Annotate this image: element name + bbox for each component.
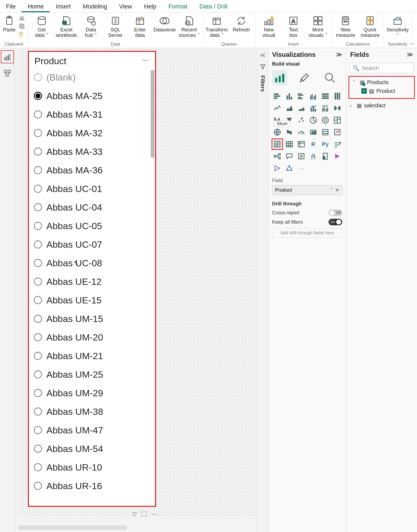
smart-narrative-icon[interactable] xyxy=(296,151,306,161)
copy-button[interactable] xyxy=(18,22,26,30)
field-checkbox-product[interactable]: ✓ xyxy=(361,88,367,94)
azure-map-icon[interactable] xyxy=(284,163,294,173)
more-visuals-button[interactable]: More visuals ˅ xyxy=(306,14,330,38)
filters-icon[interactable] xyxy=(259,63,267,70)
slicer-item[interactable]: Abbas MA-33 xyxy=(34,142,155,161)
slicer-item[interactable]: Abbas UC-05 xyxy=(34,217,155,235)
power-automate-icon[interactable] xyxy=(272,163,282,173)
collapse-viz-pane-icon[interactable]: ≫ xyxy=(336,51,342,58)
slicer-item[interactable]: Abbas UM-47 xyxy=(34,421,155,439)
table-row-salesfact[interactable]: › ▦ salesfact xyxy=(349,101,414,110)
data-hub-button[interactable]: Data hub ˅ xyxy=(79,14,103,38)
slicer-icon[interactable] xyxy=(272,139,282,149)
slicer-item[interactable]: Abbas UC-01 xyxy=(34,179,155,198)
kpi-icon[interactable] xyxy=(332,127,342,137)
ribbon-chart-icon[interactable] xyxy=(332,103,342,113)
python-visual-icon[interactable]: Py xyxy=(320,139,330,149)
line-stacked-column-icon[interactable] xyxy=(308,103,318,113)
new-measure-button[interactable]: New measure xyxy=(333,14,358,38)
qa-visual-icon[interactable] xyxy=(284,151,294,161)
text-box-button[interactable]: AText box xyxy=(281,14,305,38)
tab-view[interactable]: View xyxy=(113,0,138,12)
slicer-list[interactable]: (Blank)Abbas MA-25Abbas MA-31Abbas MA-32… xyxy=(29,68,155,506)
slicer-item[interactable]: Abbas UM-15 xyxy=(34,309,155,328)
slicer-item[interactable]: Abbas UM-21 xyxy=(34,347,155,365)
report-view-button[interactable] xyxy=(1,50,14,63)
slicer-dropdown-icon[interactable]: ﹀ xyxy=(142,56,150,66)
key-influencers-icon[interactable] xyxy=(332,139,342,149)
fields-search-input[interactable]: 🔍 Search xyxy=(350,63,414,73)
slicer-item[interactable]: (Blank) xyxy=(34,68,155,87)
paginated-report-icon[interactable] xyxy=(320,151,330,161)
100-stacked-column-icon[interactable] xyxy=(332,91,342,101)
slicer-item[interactable]: Abbas UC-08 xyxy=(34,254,155,272)
excel-workbook-button[interactable]: XExcel workbook xyxy=(54,14,78,38)
goals-icon[interactable] xyxy=(308,151,318,161)
tab-datadrill[interactable]: Data / Drill xyxy=(193,0,234,12)
analytics-mode[interactable] xyxy=(322,70,338,85)
field-chip-dropdown-icon[interactable]: ˅ xyxy=(330,187,333,193)
slicer-scrollbar[interactable] xyxy=(151,70,154,158)
slicer-item[interactable]: Abbas UM-54 xyxy=(34,439,155,458)
publish-button[interactable]: Publish xyxy=(413,14,417,33)
report-canvas[interactable]: Product ﹀ (Blank)Abbas MA-25Abbas MA-31A… xyxy=(15,48,257,532)
field-chip-remove-icon[interactable]: ✕ xyxy=(335,187,339,193)
refresh-button[interactable]: Refresh xyxy=(229,14,253,33)
slicer-item[interactable]: Abbas UC-04 xyxy=(34,198,155,217)
canvas-horizontal-scrollbar[interactable] xyxy=(18,525,127,530)
slicer-item[interactable]: Abbas UM-29 xyxy=(34,384,155,402)
slicer-item[interactable]: Abbas UM-25 xyxy=(34,365,155,384)
slicer-item[interactable]: Abbas UM-20 xyxy=(34,328,155,347)
keep-filters-toggle[interactable]: On xyxy=(329,219,342,225)
filter-visual-icon[interactable]: ▽ xyxy=(132,511,137,518)
stacked-area-icon[interactable] xyxy=(296,103,306,113)
model-view-button[interactable] xyxy=(1,67,14,80)
powerapps-icon[interactable] xyxy=(332,151,342,161)
slicer-visual[interactable]: Product ﹀ (Blank)Abbas MA-25Abbas MA-31A… xyxy=(28,51,156,507)
slicer-item[interactable]: Abbas MA-32 xyxy=(34,124,155,142)
get-data-button[interactable]: Get data ˅ xyxy=(30,14,54,38)
pie-icon[interactable] xyxy=(308,115,318,125)
decomposition-tree-icon[interactable] xyxy=(272,151,282,161)
r-visual-icon[interactable]: R xyxy=(308,139,318,149)
enter-data-button[interactable]: Enter data xyxy=(128,14,152,38)
line-chart-icon[interactable] xyxy=(272,103,282,113)
treemap-icon[interactable] xyxy=(332,115,342,125)
field-chip-product[interactable]: Product ˅✕ xyxy=(272,185,342,195)
quick-measure-button[interactable]: Quick measure xyxy=(358,14,382,38)
area-chart-icon[interactable] xyxy=(284,103,294,113)
expand-filters-icon[interactable] xyxy=(259,51,267,59)
transform-data-button[interactable]: Transform data ˅ xyxy=(205,14,229,38)
more-visuals-icon[interactable]: ⋯ xyxy=(296,163,306,173)
cross-report-toggle[interactable]: Off xyxy=(329,209,342,216)
slicer-item[interactable]: Abbas UR-10 xyxy=(34,458,155,477)
slicer-item[interactable]: Abbas UE-12 xyxy=(34,272,155,291)
stacked-column-icon[interactable] xyxy=(284,91,294,101)
slicer-item[interactable]: Abbas UC-07 xyxy=(34,235,155,254)
format-visual-mode[interactable] xyxy=(297,70,312,85)
tab-file[interactable]: File xyxy=(0,0,22,12)
format-painter-button[interactable] xyxy=(18,31,26,38)
focus-mode-icon[interactable]: ⛶ xyxy=(141,511,147,518)
collapse-ribbon-button[interactable]: ︿ xyxy=(409,39,415,47)
matrix-icon[interactable] xyxy=(296,139,306,149)
clustered-bar-icon[interactable] xyxy=(296,91,306,101)
100-stacked-bar-icon[interactable] xyxy=(320,91,330,101)
dataverse-button[interactable]: Dataverse xyxy=(153,14,177,33)
recent-sources-button[interactable]: Recent sources ˅ xyxy=(177,14,201,38)
multirow-card-icon[interactable] xyxy=(320,127,330,137)
donut-icon[interactable] xyxy=(320,115,330,125)
sql-server-button[interactable]: SQL Server xyxy=(103,14,127,38)
sensitivity-button[interactable]: Sensitivity ˅ xyxy=(386,14,410,38)
cut-button[interactable] xyxy=(18,14,26,22)
table-icon[interactable] xyxy=(284,139,294,149)
slicer-item[interactable]: Abbas MA-36 xyxy=(34,161,155,179)
tab-modeling[interactable]: Modeling xyxy=(77,0,113,12)
map-icon[interactable]: Slicer xyxy=(272,127,282,137)
collapse-fields-pane-icon[interactable]: ≫ xyxy=(407,51,413,58)
tab-insert[interactable]: Insert xyxy=(50,0,77,12)
slicer-item[interactable]: Abbas MA-31 xyxy=(34,105,155,124)
drill-through-dropzone[interactable]: Add drill-through fields here xyxy=(272,228,342,238)
build-visual-mode[interactable] xyxy=(272,70,287,85)
tab-format[interactable]: Format xyxy=(162,0,193,12)
